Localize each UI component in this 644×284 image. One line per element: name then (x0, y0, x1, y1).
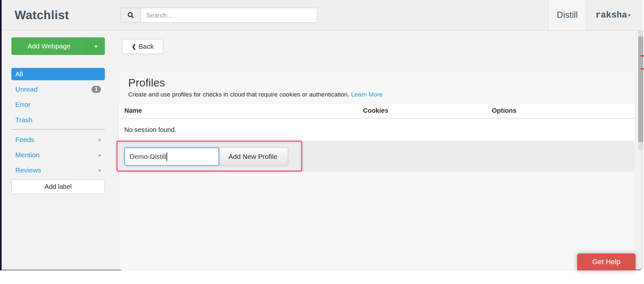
profiles-panel-header: Profiles Create and use profiles for che… (119, 71, 635, 103)
get-help-button[interactable]: Get Help (577, 253, 636, 270)
search-input[interactable] (141, 8, 317, 23)
column-header-cookies: Cookies (358, 103, 487, 119)
profile-name-input-value: Demo-Distill (130, 153, 166, 161)
sidebar-item-label: Error (15, 101, 31, 109)
add-new-profile-button[interactable]: Add New Profile (218, 147, 288, 166)
sidebar-item-label: Unread (15, 85, 38, 93)
column-header-name: Name (119, 103, 358, 119)
sidebar-item-unread[interactable]: Unread 1 (11, 83, 105, 96)
profiles-description-text: Create and use profiles for checks in cl… (128, 91, 349, 98)
sidebar-group-reviews[interactable]: Reviews ▾ (11, 164, 105, 176)
scrollbar-track[interactable] (638, 31, 643, 150)
scrollbar-annotation-mark (641, 55, 644, 57)
add-webpage-split-button[interactable]: Add Webpage ▾ (11, 37, 105, 55)
window-edge-strip (0, 0, 2, 270)
new-profile-form-row: Demo-Distill Add New Profile (119, 141, 635, 172)
sidebar: Add Webpage ▾ All Unread 1 Error Trash F… (11, 37, 105, 194)
chevron-down-icon: ▾ (98, 137, 101, 142)
unread-count-badge: 1 (92, 86, 101, 93)
top-header: Watchlist Distill raksha ▾ (2, 0, 642, 31)
chevron-down-icon: ▾ (95, 44, 97, 49)
back-button[interactable]: ❮ Back (122, 39, 163, 54)
search-bar (120, 8, 317, 23)
sidebar-item-label: All (15, 70, 23, 78)
table-row: No session found. (119, 118, 635, 141)
profiles-panel: Profiles Create and use profiles for che… (119, 71, 635, 270)
chevron-left-icon: ❮ (132, 43, 136, 50)
app-window: Watchlist Distill raksha ▾ Add Webpage ▾ (0, 0, 644, 284)
sidebar-divider (11, 129, 105, 130)
chevron-down-icon: ▾ (98, 168, 101, 173)
table-header-row: Name Cookies Options (119, 103, 635, 119)
scrollbar-thumb[interactable] (638, 36, 643, 142)
sidebar-item-trash[interactable]: Trash (11, 114, 105, 126)
profiles-description: Create and use profiles for checks in cl… (128, 91, 625, 98)
profile-name-input[interactable]: Demo-Distill (124, 148, 219, 166)
add-webpage-dropdown-toggle[interactable]: ▾ (87, 37, 105, 55)
page-title: Watchlist (15, 0, 69, 30)
add-label-button[interactable]: Add label (11, 179, 105, 194)
back-button-label: Back (139, 43, 154, 50)
sidebar-item-label: Mention (15, 151, 40, 159)
sidebar-item-error[interactable]: Error (11, 98, 105, 111)
chevron-down-icon: ▾ (628, 13, 631, 18)
column-header-options: Options (487, 103, 635, 119)
sidebar-group-feeds[interactable]: Feeds ▾ (11, 134, 105, 146)
sidebar-nav: All Unread 1 Error Trash Feeds ▾ Mention… (11, 68, 105, 194)
search-icon (120, 8, 141, 23)
user-account-menu[interactable]: raksha ▾ (586, 0, 640, 30)
chevron-down-icon: ▾ (98, 153, 101, 158)
add-webpage-button[interactable]: Add Webpage (11, 37, 87, 55)
sidebar-item-all[interactable]: All (11, 68, 105, 80)
profiles-table: Name Cookies Options No session found. (119, 103, 635, 141)
sidebar-item-label: Reviews (15, 166, 41, 174)
learn-more-link[interactable]: Learn More (351, 91, 383, 98)
empty-state-message: No session found. (119, 118, 635, 141)
sidebar-item-label: Feeds (15, 136, 34, 144)
profiles-heading: Profiles (128, 76, 625, 89)
sidebar-item-label: Trash (15, 116, 32, 124)
text-cursor (167, 152, 167, 161)
distill-nav-button[interactable]: Distill (548, 0, 586, 30)
sidebar-group-mention[interactable]: Mention ▾ (11, 149, 105, 161)
username-label: raksha (596, 10, 627, 20)
scrollbar-annotation-mark (641, 68, 644, 70)
